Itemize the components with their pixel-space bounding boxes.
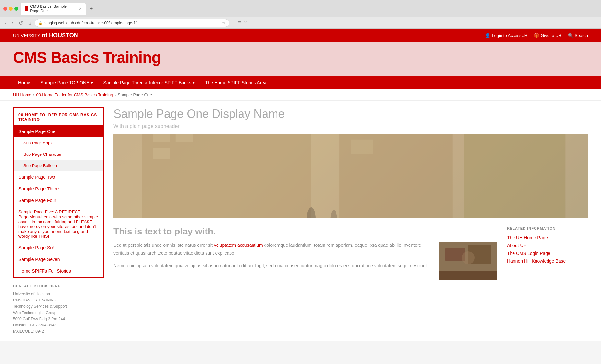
nav-label-spiff: The Home SPIFF Stories Area — [205, 80, 266, 85]
toolbar-right: ⋯ ☰ ♡ — [231, 21, 247, 25]
contact-line-1: University of Houston — [13, 291, 104, 297]
new-tab-button[interactable]: + — [88, 6, 94, 12]
give-link[interactable]: 🎁 Give to UH — [534, 33, 561, 38]
extensions-icon: ⋯ — [231, 21, 235, 25]
body-image-svg — [439, 242, 497, 280]
page-body: This is text to play with. Sed ut perspi… — [113, 226, 588, 280]
breadcrumb: UH Home › 00-Home Folder for CMS Basics … — [0, 89, 601, 101]
browser-tab[interactable]: CMS Basics: Sample Page One... ✕ — [21, 3, 86, 15]
svg-point-18 — [462, 251, 475, 264]
forward-button[interactable]: › — [10, 19, 15, 27]
body-heading: This is text to play with. — [113, 226, 497, 237]
tab-title: CMS Basics: Sample Page One... — [30, 4, 77, 13]
browser-dots — [3, 7, 18, 11]
contact-line-5: 5000 Gulf Fwy Bldg 3 Rm 244 — [13, 316, 104, 322]
login-label: Login to AccessUH — [492, 33, 527, 38]
sidebar-title: 00-HOME FOLDER FOR CMS BASICS TRAINING — [14, 108, 103, 126]
contact-block: CONTACT BLOCK HERE University of Houston… — [13, 284, 104, 335]
sidebar-item-sub-character[interactable]: Sub Page Character — [14, 149, 103, 160]
related-title: RELATED INFORMATION — [507, 226, 578, 230]
nav-dropdown-icon-1: ▾ — [91, 80, 93, 85]
sidebar-item-sample-four[interactable]: Sample Page Four — [14, 195, 103, 206]
uh-header: UNIVERSITY of HOUSTON 👤 Login to AccessU… — [0, 29, 601, 42]
breadcrumb-uh-home[interactable]: UH Home — [13, 92, 31, 97]
search-link[interactable]: 🔍 Search — [568, 33, 588, 38]
breadcrumb-current: Sample Page One — [118, 92, 152, 97]
related-link-cms-login[interactable]: The CMS Login Page — [507, 251, 578, 256]
contact-line-4: Web Technologies Group — [13, 310, 104, 316]
reader-icon[interactable]: ☰ — [238, 21, 241, 25]
give-label: Give to UH — [541, 33, 561, 38]
breadcrumb-sep-2: › — [114, 92, 116, 97]
site-title: CMS Basics Training — [13, 49, 588, 66]
related-link-about-uh[interactable]: About UH — [507, 243, 578, 248]
search-icon: 🔍 — [568, 33, 573, 38]
sidebar-item-home-spiffs[interactable]: Home SPIFFs Full Stories — [14, 265, 103, 277]
sidebar-item-sub-apple[interactable]: Sub Page Apple — [14, 137, 103, 149]
sidebar-item-sample-five[interactable]: Sample Page Five: A REDIRECT Page/Menu-I… — [14, 206, 103, 242]
sidebar-item-sample-seven[interactable]: Sample Page Seven — [14, 254, 103, 265]
nav-label-home: Home — [18, 80, 30, 85]
sidebar-nav: Sample Page One Sub Page Apple Sub Page … — [14, 126, 103, 277]
nav-dropdown-icon-2: ▾ — [193, 80, 195, 85]
nav-item-spiff[interactable]: The Home SPIFF Stories Area — [200, 76, 272, 89]
page-body-main: This is text to play with. Sed ut perspi… — [113, 226, 497, 280]
sidebar-item-sample-six[interactable]: Sample Page Six! — [14, 242, 103, 254]
uh-banner: CMS Basics Training — [0, 42, 601, 76]
sidebar-item-sample-page-one[interactable]: Sample Page One — [14, 126, 103, 137]
svg-rect-17 — [439, 271, 497, 280]
page-content: Sample Page One Display Name With a plai… — [113, 107, 588, 335]
uh-logo-houston: HOUSTON — [49, 32, 78, 39]
sidebar-box: 00-HOME FOLDER FOR CMS BASICS TRAINING S… — [13, 107, 104, 278]
sidebar-item-sample-three[interactable]: Sample Page Three — [14, 183, 103, 195]
related-link-hannon-hill[interactable]: Hannon Hill Knowledge Base — [507, 258, 578, 264]
uh-logo-of: of — [40, 32, 49, 39]
nav-item-home[interactable]: Home — [13, 76, 35, 89]
hero-overlay — [113, 134, 588, 218]
refresh-button[interactable]: ↺ — [17, 19, 25, 27]
sidebar-item-sub-balloon[interactable]: Sub Page Balloon — [14, 160, 103, 171]
page-subheader: With a plain page subheader — [113, 123, 588, 129]
login-link[interactable]: 👤 Login to AccessUH — [485, 33, 527, 38]
voluptatem-link[interactable]: voluptatem accusantium — [214, 243, 263, 248]
contact-text: University of Houston CMS BASICS TRAININ… — [13, 291, 104, 335]
home-button[interactable]: ⌂ — [27, 19, 33, 27]
header-links: 👤 Login to AccessUH 🎁 Give to UH 🔍 Searc… — [485, 33, 588, 38]
contact-line-2: CMS BASICS TRAINING — [13, 297, 104, 303]
breadcrumb-folder[interactable]: 00-Home Folder for CMS Basics Training — [36, 92, 113, 97]
favorites-icon[interactable]: ♡ — [244, 21, 247, 25]
bookmark-icon[interactable]: ☆ — [222, 21, 226, 25]
maximize-dot[interactable] — [14, 7, 18, 11]
uh-logo[interactable]: UNIVERSITY of HOUSTON — [13, 32, 78, 39]
back-button[interactable]: ‹ — [3, 19, 8, 27]
body-image — [439, 242, 497, 280]
address-text: staging.web.e.uh.edu/cms-trainee-00/samp… — [44, 21, 222, 25]
address-bar-icons: ☆ — [222, 21, 226, 25]
close-dot[interactable] — [3, 7, 7, 11]
lock-icon: 🔒 — [38, 21, 43, 25]
address-bar[interactable]: 🔒 staging.web.e.uh.edu/cms-trainee-00/sa… — [35, 19, 229, 27]
give-icon: 🎁 — [534, 33, 539, 38]
browser-titlebar: CMS Basics: Sample Page One... ✕ + — [0, 0, 601, 17]
page-body-sidebar: RELATED INFORMATION The UH Home Page Abo… — [507, 226, 578, 280]
tab-close-button[interactable]: ✕ — [79, 7, 82, 11]
main-content: 00-HOME FOLDER FOR CMS BASICS TRAINING S… — [0, 101, 601, 341]
browser-toolbar: ‹ › ↺ ⌂ 🔒 staging.web.e.uh.edu/cms-train… — [0, 17, 601, 28]
sidebar-item-sample-two[interactable]: Sample Page Two — [14, 171, 103, 183]
search-label: Search — [575, 33, 588, 38]
minimize-dot[interactable] — [9, 7, 13, 11]
nav-item-three[interactable]: Sample Page Three & Interior SPIFF Banks… — [98, 76, 200, 89]
browser-chrome: CMS Basics: Sample Page One... ✕ + ‹ › ↺… — [0, 0, 601, 29]
main-nav: Home Sample Page TOP ONE ▾ Sample Page T… — [0, 76, 601, 89]
contact-line-7: MAILCODE: 0942 — [13, 328, 104, 335]
page-title: Sample Page One Display Name — [113, 107, 588, 121]
tab-favicon — [25, 6, 28, 11]
breadcrumb-sep-1: › — [33, 92, 34, 97]
sidebar: 00-HOME FOLDER FOR CMS BASICS TRAINING S… — [13, 107, 104, 335]
nav-label-sample-top: Sample Page TOP ONE — [41, 80, 89, 85]
nav-item-sample-top[interactable]: Sample Page TOP ONE ▾ — [35, 76, 98, 89]
page-hero-image — [113, 134, 588, 218]
contact-title: CONTACT BLOCK HERE — [13, 284, 104, 288]
contact-line-6: Houston, TX 77204-0942 — [13, 322, 104, 328]
related-link-uh-home[interactable]: The UH Home Page — [507, 235, 578, 240]
